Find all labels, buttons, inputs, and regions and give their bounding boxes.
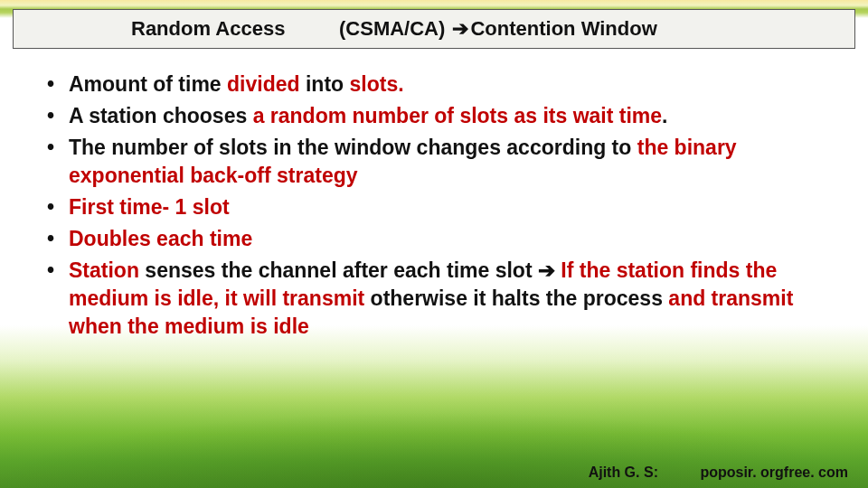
bullet-segment: .: [662, 104, 667, 127]
slide: Random Access (CSMA/CA) ➔Contention Wind…: [0, 0, 868, 488]
bullet-list: Amount of time divided into slots.A stat…: [36, 70, 832, 341]
bullet-segment: ➔: [538, 258, 561, 282]
bullet-segment: Station: [69, 258, 145, 282]
bullet-segment: Doubles each time: [69, 227, 252, 250]
bullet-segment: slots.: [350, 72, 404, 96]
title-right-prefix: (CSMA/CA): [339, 17, 450, 40]
bullet-item: Doubles each time: [36, 225, 832, 253]
title-bar: Random Access (CSMA/CA) ➔Contention Wind…: [13, 9, 855, 49]
bullet-segment: the: [637, 136, 675, 159]
bullet-item: Amount of time divided into slots.: [36, 70, 832, 99]
bullet-segment: A station chooses: [69, 104, 253, 127]
content-area: Amount of time divided into slots.A stat…: [36, 70, 832, 344]
bullet-item: The number of slots in the window change…: [36, 134, 832, 190]
footer-site: poposir. orgfree. com: [700, 465, 848, 480]
title-left: Random Access: [14, 17, 339, 41]
bullet-item: A station chooses a random number of slo…: [36, 102, 832, 130]
bullet-segment: otherwise it halts the process: [371, 286, 669, 310]
bullet-item: Station senses the channel after each ti…: [36, 257, 832, 341]
bullet-segment: into: [306, 72, 350, 96]
bullet-segment: a random number of slots as its wait tim…: [253, 104, 662, 127]
bullet-segment: divided: [227, 72, 306, 96]
title-right-suffix: Contention Window: [470, 17, 656, 40]
bullet-segment: Amount of time: [69, 72, 227, 96]
title-right: (CSMA/CA) ➔Contention Window: [339, 17, 657, 41]
footer: Ajith G. S: poposir. orgfree. com: [589, 465, 848, 481]
footer-author: Ajith G. S:: [589, 465, 658, 480]
bullet-segment: senses the channel after each time slot: [145, 258, 538, 282]
bullet-segment: The number of slots in the window change…: [69, 136, 637, 159]
bullet-item: First time- 1 slot: [36, 193, 832, 221]
arrow-icon: ➔: [450, 17, 470, 41]
bullet-segment: First time- 1 slot: [69, 195, 230, 219]
